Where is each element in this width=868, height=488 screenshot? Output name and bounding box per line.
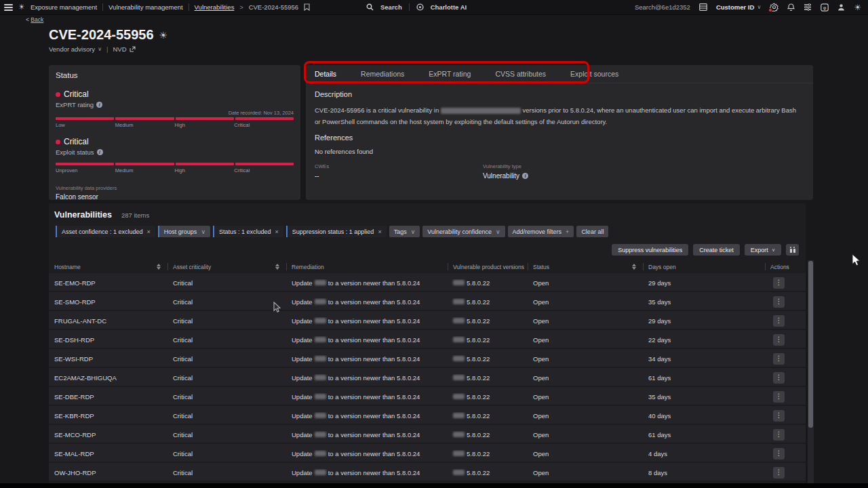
column-header-status[interactable]: Status (528, 260, 643, 273)
nvd-link[interactable]: NVD (113, 45, 135, 53)
column-settings-button[interactable] (786, 244, 799, 256)
notifications-bell-icon[interactable] (787, 3, 795, 12)
appearance-sun-icon[interactable]: ☀ (854, 3, 861, 12)
search-button[interactable]: Search (380, 3, 402, 11)
cell-vulnerable-product-versions: 5.8.0.22 (448, 374, 528, 382)
table-row[interactable]: SE-MAL-RDPCriticalUpdateto a version new… (49, 444, 806, 463)
customer-id-dropdown[interactable]: Customer ID ∨ (716, 3, 761, 11)
cell-days-open: 8 days (643, 469, 765, 476)
cell-asset-criticality: Critical (167, 450, 286, 458)
redacted-text (453, 375, 465, 380)
row-actions-menu-button[interactable]: ⋮ (773, 353, 785, 365)
severity-dot (56, 140, 60, 144)
hamburger-menu-icon[interactable] (4, 4, 13, 11)
scale-label: Medium (115, 122, 134, 128)
table-row[interactable]: FRUGAL-ANT-DCCriticalUpdateto a version … (49, 311, 806, 330)
info-icon[interactable]: i (522, 173, 528, 179)
filter-chip-label: Status : 1 excluded (219, 228, 271, 235)
redacted-text (315, 375, 326, 380)
cell-days-open: 29 days (643, 279, 765, 287)
row-actions-menu-button[interactable]: ⋮ (773, 448, 785, 460)
spotlight-sun-icon: ☀ (18, 3, 25, 11)
charlotte-ai-button[interactable]: Charlotte AI (431, 3, 467, 11)
suppress-vulnerabilities-button[interactable]: Suppress vulnerabilities (612, 244, 688, 256)
filter-chip-clear-all[interactable]: Clear all (576, 226, 608, 237)
scrollbar-thumb[interactable] (808, 261, 813, 428)
row-actions-menu-button[interactable]: ⋮ (773, 277, 785, 289)
column-header-hostname[interactable]: Hostname (49, 260, 167, 273)
row-actions-menu-button[interactable]: ⋮ (773, 410, 785, 422)
apps-badge-icon[interactable] (770, 3, 778, 12)
create-ticket-button[interactable]: Create ticket (693, 244, 740, 256)
vertical-scrollbar[interactable] (808, 260, 814, 483)
tab-exprt-rating[interactable]: ExPRT rating (429, 65, 471, 83)
remove-filter-icon[interactable]: × (147, 228, 151, 235)
filter-chip-add-remove-filters[interactable]: Add/remove filters+ (508, 226, 574, 237)
cell-hostname: EC2AMAZ-BHIGUQA (49, 374, 167, 382)
column-header-days-open[interactable]: Days open (643, 260, 765, 273)
cell-status: Open (528, 336, 643, 344)
remove-filter-icon[interactable]: × (378, 228, 381, 235)
sort-icon[interactable] (632, 264, 636, 270)
activity-list-icon[interactable] (804, 3, 812, 11)
column-header-vulnerable-product-versions[interactable]: Vulnerable product versions (448, 260, 528, 273)
nav-exposure-management[interactable]: Exposure management (31, 3, 97, 11)
description-part1: CVE-2024-55956 is a critical vulnerabili… (315, 106, 439, 114)
filter-chip-status-1-excluded[interactable]: Status : 1 excluded× (213, 226, 283, 237)
bookmark-icon[interactable] (304, 3, 310, 11)
row-actions-menu-button[interactable]: ⋮ (773, 429, 785, 441)
filter-chip-tags[interactable]: Tags∨ (389, 226, 420, 237)
table-row[interactable]: SE-EMO-RDPCriticalUpdateto a version new… (49, 273, 806, 292)
sort-icon[interactable] (275, 264, 279, 270)
column-header-remediation[interactable]: Remediation (286, 260, 448, 273)
table-row[interactable]: SE-SMO-RDPCriticalUpdateto a version new… (49, 292, 806, 311)
redacted-text (453, 356, 465, 361)
cell-hostname: SE-SMO-RDP (49, 298, 167, 306)
filter-chip-suppression-status-1-applied[interactable]: Suppression status : 1 applied× (286, 226, 387, 237)
filter-chip-asset-confidence-1-excluded[interactable]: Asset confidence : 1 excluded× (56, 226, 155, 237)
filter-chip-host-groups[interactable]: Host groups∨ (158, 226, 210, 237)
cell-vulnerable-product-versions: 5.8.0.22 (448, 317, 528, 325)
table-row[interactable]: SE-DSH-RDPCriticalUpdateto a version new… (49, 330, 806, 349)
search-icon[interactable] (366, 3, 374, 11)
redacted-text (315, 318, 326, 323)
breadcrumb-vulnerabilities[interactable]: Vulnerabilities (195, 3, 235, 11)
vendor-advisory-dropdown[interactable]: Vendor advisory ∨ (49, 45, 102, 53)
info-icon[interactable]: i (96, 102, 102, 108)
table-row[interactable]: SE-KBR-RDPCriticalUpdateto a version new… (49, 406, 806, 425)
row-actions-menu-button[interactable]: ⋮ (773, 334, 785, 346)
row-actions-menu-button[interactable]: ⋮ (773, 391, 785, 403)
row-actions-menu-button[interactable]: ⋮ (773, 372, 785, 384)
table-row[interactable]: EC2AMAZ-BHIGUQACriticalUpdateto a versio… (49, 368, 806, 387)
column-header-asset-criticality[interactable]: Asset criticality (167, 260, 286, 273)
api-terminal-icon[interactable]: φ (821, 3, 829, 12)
table-row[interactable]: SE-WSI-RDPCriticalUpdateto a version new… (49, 349, 806, 368)
cell-remediation: Updateto a version newer than 5.8.0.24 (286, 450, 448, 458)
table-body: SE-EMO-RDPCriticalUpdateto a version new… (49, 273, 806, 482)
tab-cvss-attributes[interactable]: CVSS attributes (495, 65, 546, 83)
back-link[interactable]: < Back (26, 16, 43, 23)
tab-remediations[interactable]: Remediations (361, 65, 404, 83)
tab-exploit-sources[interactable]: Exploit sources (570, 65, 618, 83)
info-icon[interactable]: i (97, 149, 103, 155)
export-button[interactable]: Export∨ (745, 244, 781, 256)
table-row[interactable]: SE-DBE-RDPCriticalUpdateto a version new… (49, 387, 806, 406)
remove-filter-icon[interactable]: × (275, 228, 279, 235)
nav-vulnerability-management[interactable]: Vulnerability management (108, 3, 183, 11)
table-row[interactable]: OW-JHO-RDPCriticalUpdateto a version new… (49, 463, 806, 482)
cell-remediation: Updateto a version newer than 5.8.0.24 (286, 355, 448, 363)
nvd-label: NVD (113, 45, 126, 53)
sort-icon[interactable] (157, 264, 161, 270)
table-row[interactable]: SE-MCO-RDPCriticalUpdateto a version new… (49, 425, 806, 444)
row-actions-menu-button[interactable]: ⋮ (773, 315, 785, 327)
cell-hostname: SE-WSI-RDP (49, 355, 167, 363)
filter-chip-vulnerability-confidence[interactable]: Vulnerability confidence∨ (422, 226, 505, 237)
user-profile-icon[interactable] (837, 3, 845, 11)
grid-icon[interactable] (699, 3, 707, 11)
redacted-text (315, 470, 326, 475)
tab-details[interactable]: Details (315, 65, 336, 83)
filter-chip-label: Add/remove filters (513, 228, 562, 235)
row-actions-menu-button[interactable]: ⋮ (773, 467, 785, 479)
row-actions-menu-button[interactable]: ⋮ (773, 296, 785, 308)
spotlight-sun-icon: ☀ (159, 30, 168, 40)
